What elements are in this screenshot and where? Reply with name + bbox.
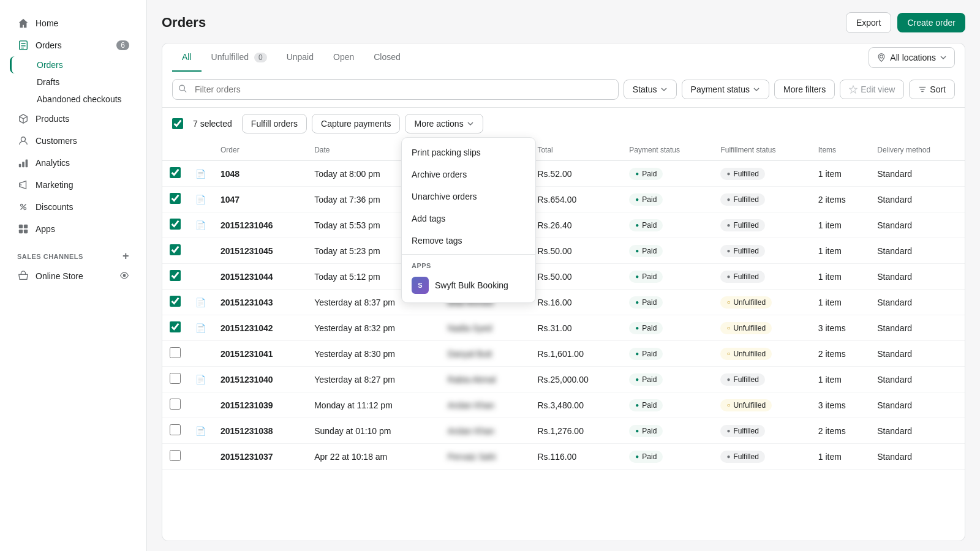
row-checkbox[interactable] xyxy=(170,219,181,230)
order-number[interactable]: 20151231041 xyxy=(221,349,273,359)
order-number[interactable]: 20151231040 xyxy=(221,375,273,384)
order-delivery: Standard xyxy=(877,452,912,462)
sidebar-item-home[interactable]: Home xyxy=(10,12,137,34)
order-number[interactable]: 20151231044 xyxy=(221,272,273,282)
dropdown-item-swyft[interactable]: S Swyft Bulk Booking xyxy=(402,272,535,299)
order-number[interactable]: 20151231042 xyxy=(221,323,273,333)
row-doc-cell xyxy=(188,264,213,290)
row-total-cell: Rs.1,601.00 xyxy=(530,341,622,367)
doc-icon: 📄 xyxy=(195,426,206,436)
status-filter-button[interactable]: Status xyxy=(624,80,677,99)
row-doc-cell xyxy=(188,392,213,418)
more-actions-label: More actions xyxy=(414,119,463,129)
row-checkbox[interactable] xyxy=(170,347,181,358)
select-all-checkbox[interactable] xyxy=(172,118,183,129)
payment-status-badge: Paid xyxy=(629,296,663,309)
online-store-icon xyxy=(17,270,29,282)
sidebar-online-store-label: Online Store xyxy=(36,271,83,281)
sidebar-item-discounts[interactable]: Discounts xyxy=(10,196,137,218)
tab-open[interactable]: Open xyxy=(323,43,364,72)
order-number[interactable]: 20151231043 xyxy=(221,298,273,307)
tab-unpaid[interactable]: Unpaid xyxy=(277,43,323,72)
row-delivery-cell: Standard xyxy=(870,341,965,367)
row-checkbox[interactable] xyxy=(170,167,181,178)
tab-all[interactable]: All xyxy=(172,43,202,72)
export-button[interactable]: Export xyxy=(846,12,891,33)
more-filters-button[interactable]: More filters xyxy=(774,80,835,99)
svg-rect-16 xyxy=(24,225,28,228)
order-number[interactable]: 20151231039 xyxy=(221,400,273,410)
row-checkbox-cell xyxy=(162,418,188,444)
more-actions-button[interactable]: More actions xyxy=(405,114,483,133)
dropdown-item-unarchive[interactable]: Unarchive orders xyxy=(402,186,535,208)
row-checkbox[interactable] xyxy=(170,399,181,410)
sidebar-item-products[interactable]: Products xyxy=(10,108,137,130)
row-order-cell: 20151231040 xyxy=(213,367,307,392)
col-order: Order xyxy=(213,140,307,161)
row-checkbox[interactable] xyxy=(170,244,181,255)
tab-unfulfilled[interactable]: Unfulfilled 0 xyxy=(202,43,277,72)
doc-icon: 📄 xyxy=(195,298,206,307)
sidebar-item-analytics[interactable]: Analytics xyxy=(10,152,137,174)
order-number[interactable]: 20151231046 xyxy=(221,220,273,230)
sidebar-item-online-store[interactable]: Online Store xyxy=(10,265,137,287)
sidebar-item-orders[interactable]: Orders 6 xyxy=(10,34,137,56)
row-order-cell: 20151231044 xyxy=(213,264,307,290)
row-checkbox-cell xyxy=(162,392,188,418)
row-checkbox[interactable] xyxy=(170,373,181,384)
sidebar-subitem-drafts[interactable]: Drafts xyxy=(10,73,137,91)
capture-payments-button[interactable]: Capture payments xyxy=(312,114,400,133)
order-number[interactable]: 1047 xyxy=(221,195,239,204)
row-checkbox[interactable] xyxy=(170,450,181,461)
sidebar-subitem-abandoned[interactable]: Abandoned checkouts xyxy=(10,91,137,108)
add-sales-channel-button[interactable]: + xyxy=(123,250,129,263)
tabs-list: All Unfulfilled 0 Unpaid Open Closed xyxy=(172,43,410,72)
search-input[interactable] xyxy=(172,79,619,100)
order-number[interactable]: 20151231045 xyxy=(221,246,273,256)
order-date: Yesterday at 8:32 pm xyxy=(314,323,395,333)
row-order-cell: 20151231043 xyxy=(213,290,307,315)
payment-status-filter-button[interactable]: Payment status xyxy=(682,80,770,99)
row-order-cell: 20151231037 xyxy=(213,444,307,470)
dropdown-item-archive[interactable]: Archive orders xyxy=(402,163,535,186)
tabs-bar: All Unfulfilled 0 Unpaid Open Closed All… xyxy=(162,43,965,72)
row-total-cell: Rs.3,480.00 xyxy=(530,392,622,418)
row-fulfillment-cell: Fulfilled xyxy=(713,444,810,470)
row-checkbox[interactable] xyxy=(170,193,181,204)
dropdown-item-add-tags[interactable]: Add tags xyxy=(402,208,535,230)
tab-closed[interactable]: Closed xyxy=(364,43,410,72)
dropdown-item-remove-tags[interactable]: Remove tags xyxy=(402,230,535,252)
edit-view-button[interactable]: Edit view xyxy=(840,80,904,99)
sidebar-subitem-orders[interactable]: Orders xyxy=(10,56,137,73)
row-items-cell: 2 items xyxy=(811,341,870,367)
sidebar-item-customers[interactable]: Customers xyxy=(10,130,137,152)
fulfill-orders-button[interactable]: Fulfill orders xyxy=(242,114,307,133)
dropdown-item-print[interactable]: Print packing slips xyxy=(402,141,535,163)
row-checkbox-cell xyxy=(162,264,188,290)
row-checkbox-cell xyxy=(162,444,188,470)
sidebar-item-marketing[interactable]: Marketing xyxy=(10,174,137,196)
order-number[interactable]: 20151231038 xyxy=(221,426,273,436)
col-checkbox xyxy=(162,140,188,161)
all-locations-button[interactable]: All locations xyxy=(869,47,955,68)
sidebar-item-apps[interactable]: Apps xyxy=(10,218,137,240)
row-checkbox[interactable] xyxy=(170,321,181,332)
sidebar-analytics-label: Analytics xyxy=(36,158,70,168)
svg-point-13 xyxy=(24,208,26,210)
row-checkbox[interactable] xyxy=(170,270,181,281)
row-payment-cell: Paid xyxy=(622,341,713,367)
row-checkbox-cell xyxy=(162,315,188,341)
order-number[interactable]: 1048 xyxy=(221,169,239,179)
row-customer-cell: Arslan Khan xyxy=(440,418,530,444)
sort-button[interactable]: Sort xyxy=(909,80,955,99)
row-checkbox[interactable] xyxy=(170,296,181,307)
page-header: Orders Export Create order xyxy=(147,0,980,33)
row-customer-cell: Pervaiz Sahi xyxy=(440,444,530,470)
row-checkbox[interactable] xyxy=(170,424,181,435)
create-order-button[interactable]: Create order xyxy=(897,13,965,32)
unfulfilled-badge: 0 xyxy=(254,53,267,62)
doc-icon: 📄 xyxy=(195,195,206,204)
row-total-cell: Rs.50.00 xyxy=(530,264,622,290)
order-total: Rs.25,000.00 xyxy=(537,375,588,384)
order-number[interactable]: 20151231037 xyxy=(221,452,273,462)
